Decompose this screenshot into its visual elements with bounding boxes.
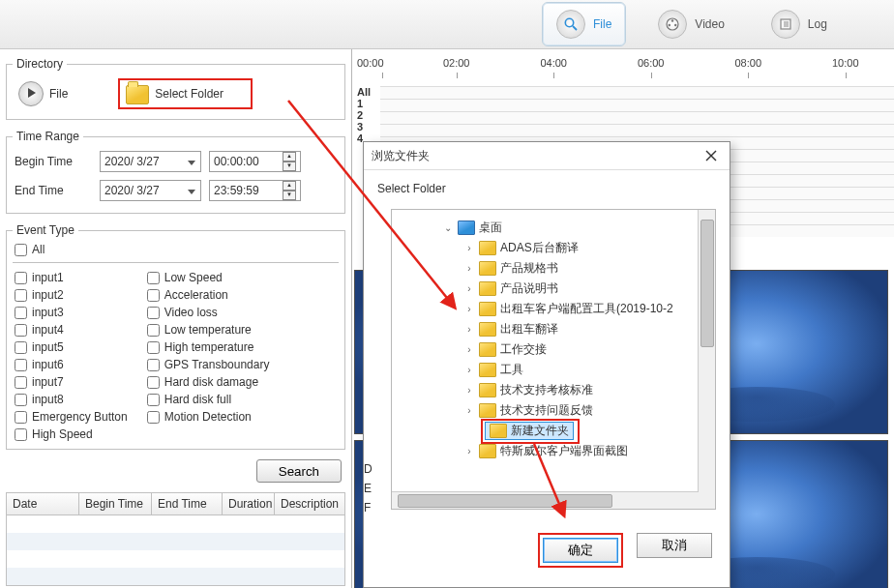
tree-item[interactable]: › 出租车翻译 [392,319,715,339]
lane-label: 2 [357,109,363,121]
lane-label: 3 [357,121,363,132]
chk-all-label: All [32,243,45,256]
chk-low-temperature[interactable] [147,324,160,337]
timeline-lane[interactable] [380,124,894,136]
tree-item[interactable]: › 技术支持考核标准 [392,380,715,400]
timeline-lane[interactable] [380,86,894,99]
tree-item[interactable]: › 产品规格书 [392,258,715,279]
chk-video-loss[interactable] [147,307,160,319]
chevron-right-icon[interactable]: › [463,324,475,336]
tree-item[interactable]: › 工具 [392,360,715,380]
chk-input6[interactable] [15,359,27,371]
chk-high-temperature[interactable] [147,341,160,354]
end-date-combo[interactable]: 2020/ 3/27 [100,180,201,201]
folder-icon [479,383,496,397]
time-ruler: 00:0002:0004:0006:0008:0010:00 [357,57,894,69]
begin-time-input[interactable]: 00:00:00 ▲▼ [209,151,301,172]
tab-file[interactable]: File [542,2,626,46]
tree-item[interactable]: › 特斯威尔客户端界面截图 [392,441,715,461]
cancel-button[interactable]: 取消 [637,533,712,558]
directory-file[interactable]: File [18,81,68,106]
chk-input3[interactable] [15,307,27,319]
timeline-lane[interactable] [380,99,894,111]
horizontal-scrollbar[interactable] [392,491,699,509]
folder-icon [479,322,496,337]
tree-root[interactable]: ⌄ 桌面 [392,218,715,238]
chevron-right-icon[interactable]: › [463,283,475,295]
spinner-icon[interactable]: ▲▼ [283,152,296,171]
begin-date-combo[interactable]: 2020/ 3/27 [100,151,201,172]
chevron-right-icon[interactable]: › [463,243,475,254]
chk-label: Acceleration [164,288,228,302]
tree-item[interactable]: › 工作交接 [392,339,715,360]
chevron-right-icon[interactable]: › [463,344,475,356]
end-time-input[interactable]: 23:59:59 ▲▼ [209,180,301,201]
table-row [7,533,344,550]
side-letter: E [364,482,372,495]
close-icon[interactable] [700,146,722,165]
chk-label: input5 [32,340,64,354]
tree-item[interactable]: › 技术支持问题反馈 [392,400,715,421]
timeline-lane[interactable] [380,111,894,124]
chevron-down-icon[interactable]: ⌄ [442,222,454,234]
chk-input5[interactable] [15,341,27,354]
dialog-subtitle: Select Folder [364,170,730,203]
chk-emergency-button[interactable] [15,411,27,424]
folder-icon [479,281,496,296]
chevron-right-icon[interactable]: › [463,263,475,275]
tree-item[interactable]: › ADAS后台翻译 [392,238,715,258]
table-header: Begin Time [79,493,152,514]
chk-label: Video loss [164,306,218,319]
vertical-scrollbar[interactable] [698,210,715,509]
chevron-right-icon[interactable] [463,426,475,437]
chk-label: input6 [32,358,64,371]
svg-point-0 [565,18,573,26]
folder-tree[interactable]: ⌄ 桌面 › ADAS后台翻译 › 产品规格书 › 产品说明书 › 出租车客户端… [391,209,716,510]
tree-root-label: 桌面 [479,220,502,236]
ok-button[interactable]: 确定 [543,538,618,563]
chk-high-speed[interactable] [15,428,27,441]
folder-icon [479,241,496,255]
chk-label: Hard disk full [164,393,231,406]
log-icon [771,10,800,39]
table-row [7,568,344,585]
spinner-icon[interactable]: ▲▼ [283,181,296,200]
directory-legend: Directory [13,57,67,71]
chk-input2[interactable] [15,289,27,302]
begin-time-label: Begin Time [15,155,92,168]
tab-video-label: Video [695,17,724,31]
chk-hard-disk-damage[interactable] [147,376,160,389]
tree-item-label: 新建文件夹 [511,423,569,439]
folder-icon [479,342,496,357]
chk-gps-transboundary[interactable] [147,359,160,371]
chevron-right-icon[interactable]: › [463,405,475,417]
chevron-right-icon[interactable]: › [463,446,475,457]
search-button[interactable]: Search [256,459,342,483]
directory-select-folder[interactable]: Select Folder [118,78,253,109]
chevron-right-icon[interactable]: › [463,365,475,376]
chk-input4[interactable] [15,324,27,337]
time-range-legend: Time Range [13,130,83,143]
chk-low-speed[interactable] [147,272,160,284]
chevron-right-icon[interactable]: › [463,304,475,315]
tree-item[interactable]: › 产品说明书 [392,279,715,299]
tree-item-selected[interactable]: 新建文件夹 [392,421,715,441]
folder-icon [490,424,507,438]
chk-hard-disk-full[interactable] [147,394,160,406]
directory-file-label: File [49,87,68,101]
chevron-right-icon[interactable]: › [463,385,475,397]
chk-label: Low Speed [164,271,223,284]
tab-video[interactable]: Video [643,2,738,46]
tree-item[interactable]: › 出租车客户端配置工具(2019-10-2 [392,299,715,319]
tab-log[interactable]: Log [757,2,842,46]
chk-input7[interactable] [15,376,27,389]
chk-motion-detection[interactable] [147,411,160,424]
chk-input1[interactable] [15,272,27,284]
chk-acceleration[interactable] [147,289,160,302]
table-header: Description [275,493,344,514]
chk-input8[interactable] [15,394,27,406]
chk-all[interactable] [15,244,27,256]
play-icon [18,81,44,106]
lane-label: 1 [357,98,363,109]
results-table: DateBegin TimeEnd TimeDurationDescriptio… [6,492,345,586]
